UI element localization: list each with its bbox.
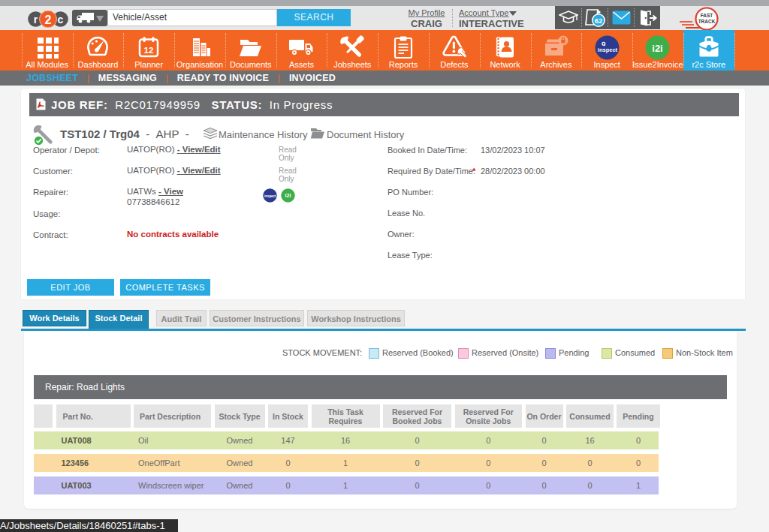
svg-text:inspect: inspect: [598, 46, 618, 53]
svg-text:i2i: i2i: [285, 192, 291, 199]
svg-text:i2i: i2i: [653, 42, 663, 53]
svg-text:inspect: inspect: [264, 194, 276, 198]
svg-text:12: 12: [144, 46, 154, 55]
